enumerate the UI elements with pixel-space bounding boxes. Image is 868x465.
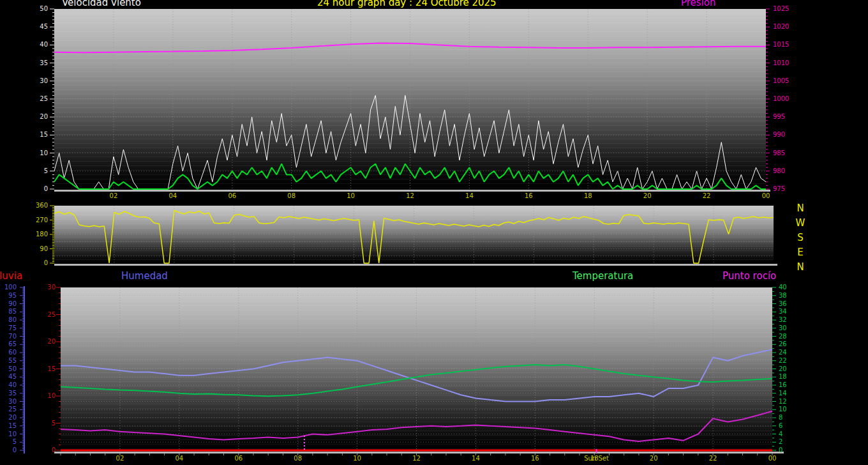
wind-axis-label: 0 (33, 186, 48, 192)
x-axis-label-top: 14 (461, 193, 477, 199)
compass-label-2: S (794, 232, 807, 243)
temperature-axis-label: 24 (779, 349, 794, 356)
pressure-axis-label: 1005 (773, 78, 792, 84)
x-axis-label-bottom: 06 (231, 455, 246, 462)
x-axis-label-top: 06 (225, 193, 240, 199)
pressure-axis-label: 1000 (773, 96, 792, 102)
pressure-axis-label: 1020 (773, 24, 792, 30)
pressure-chart-title: Presión (681, 0, 716, 8)
temperature-axis-label: 14 (779, 390, 794, 397)
rain-axis-label: 0 (40, 447, 56, 454)
pressure-axis-label: 1015 (773, 42, 792, 48)
temperature-axis-label: 28 (779, 333, 794, 340)
page-title: 24 hour graph day : 24 Octubre 2025 (317, 0, 497, 8)
compass-label-4: N (794, 262, 807, 272)
plot-lines-layer (0, 0, 868, 465)
x-axis-label-bottom: 14 (468, 455, 483, 462)
wind-axis-label: 25 (33, 96, 48, 102)
dewpoint-series-title: Punto rocío (722, 271, 776, 281)
temperature-axis-label: 6 (779, 423, 794, 429)
humidity-axis-label: 40 (1, 382, 17, 388)
humidity-axis-label: 50 (1, 366, 17, 372)
temperature-axis-label: 4 (779, 431, 794, 438)
direction-axis-label: 0 (33, 260, 48, 266)
wind-axis-label: 5 (33, 168, 48, 174)
wind-axis-label: 35 (33, 60, 48, 66)
pressure-axis-label: 985 (773, 150, 792, 156)
wind-chart-title: Velocidad viento (62, 0, 141, 8)
rain-axis-label: 15 (40, 366, 56, 372)
climate-chart-axis-bar (54, 452, 784, 454)
compass-label-0: N (794, 203, 807, 213)
humidity-axis-label: 20 (1, 415, 17, 421)
x-axis-label-bottom: 04 (172, 455, 187, 462)
humidity-axis-label: 75 (1, 325, 17, 332)
temperature-axis-label: 22 (779, 358, 794, 364)
wind-chart-axis-bar (54, 190, 770, 192)
x-axis-label-top: 08 (284, 193, 299, 199)
temperature-axis-label: 26 (779, 341, 794, 347)
wind-axis-label: 20 (33, 114, 48, 120)
x-axis-label-bottom: 10 (350, 455, 365, 462)
pressure-axis-label: 1025 (773, 6, 792, 12)
x-axis-label-bottom: 02 (112, 455, 128, 462)
humidity-axis-label: 65 (1, 341, 17, 347)
wind-axis-label: 50 (33, 6, 48, 12)
humedad-line (61, 349, 772, 402)
temperature-axis-label: 36 (779, 301, 794, 307)
x-axis-label-top: 04 (165, 193, 181, 199)
compass-label-1: W (794, 218, 807, 228)
temperature-axis-label: 34 (779, 309, 794, 315)
temperature-axis-label: 16 (779, 382, 794, 388)
temperature-axis-label: 30 (779, 325, 794, 332)
temperature-axis-label: 12 (779, 399, 794, 405)
rain-axis-label: 10 (40, 393, 56, 399)
x-axis-label-top: 16 (521, 193, 536, 199)
humidity-axis-label: 5 (1, 439, 17, 445)
temperature-axis-label: 20 (779, 366, 794, 372)
wind-axis-label: 45 (33, 24, 48, 30)
humidity-series-title: Humedad (121, 271, 168, 281)
humidity-axis-label: 85 (1, 309, 17, 315)
direction-chart-axis-bar (54, 264, 777, 266)
humidity-axis-label: 0 (1, 447, 17, 454)
humidity-axis-label: 15 (1, 423, 17, 429)
rain-series-title: lluvia (0, 271, 22, 281)
humidity-axis-label: 10 (1, 431, 17, 438)
temperature-axis-label: 10 (779, 406, 794, 413)
x-axis-label-top: 02 (106, 193, 121, 199)
wind-axis-label: 30 (33, 78, 48, 84)
temperature-axis-label: 0 (779, 447, 794, 454)
pressure-axis-label: 990 (773, 132, 792, 138)
rain-axis-label: 5 (40, 420, 56, 427)
humidity-axis-label: 60 (1, 349, 17, 356)
humidity-axis-label: 90 (1, 301, 17, 307)
humidity-axis-label: 100 (1, 284, 17, 291)
wind-axis-label: 15 (33, 132, 48, 138)
x-axis-label-bottom: 22 (705, 455, 721, 462)
pressure-axis-label: 980 (773, 168, 792, 174)
x-axis-label-top: 20 (640, 193, 655, 199)
pressure-axis-label: 995 (773, 114, 792, 120)
pressure-axis-label: 975 (773, 186, 792, 192)
wind-axis-label: 40 (33, 42, 48, 48)
direction-axis-label: 270 (33, 217, 48, 224)
x-axis-label-bottom: 16 (527, 455, 542, 462)
rain-axis-label: 30 (40, 284, 56, 291)
weather-24h-graph: Velocidad viento 24 hour graph day : 24 … (0, 0, 868, 465)
direction-axis-label: 360 (33, 202, 48, 209)
x-axis-label-top: 00 (758, 193, 774, 199)
humidity-axis-label: 55 (1, 358, 17, 364)
humidity-axis-label: 70 (1, 333, 17, 340)
temperature-axis-label: 2 (779, 439, 794, 445)
humidity-axis-label: 45 (1, 374, 17, 380)
compass-label-3: E (794, 247, 807, 257)
x-axis-label-top: 18 (580, 193, 595, 199)
temperature-axis-label: 8 (779, 415, 794, 421)
x-axis-label-top: 10 (343, 193, 359, 199)
pressure-axis-label: 1010 (773, 60, 792, 66)
wind-axis-label: 10 (33, 150, 48, 156)
humidity-axis-label: 25 (1, 406, 17, 413)
rain-axis-label: 20 (40, 339, 56, 345)
temperature-axis-label: 32 (779, 317, 794, 323)
